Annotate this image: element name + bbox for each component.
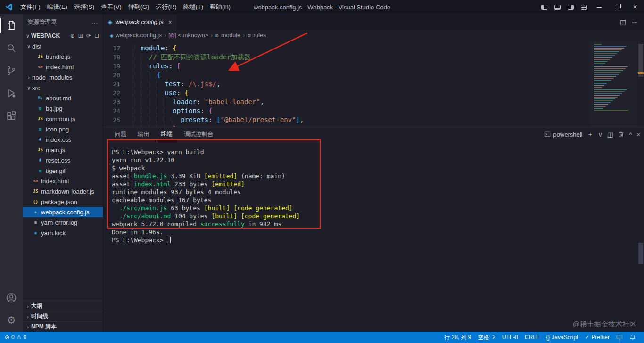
- sidebar-section-npm-scripts[interactable]: ›NPM 脚本: [23, 321, 103, 332]
- close-tab-icon[interactable]: ×: [168, 18, 172, 26]
- panel-tab[interactable]: 终端: [156, 127, 177, 141]
- tree-item[interactable]: ›node_modules: [23, 72, 103, 82]
- menu-item[interactable]: 帮助(H): [206, 0, 234, 14]
- panel-tab[interactable]: 调试控制台: [179, 127, 218, 141]
- collapse-folders-icon[interactable]: ⊟: [94, 33, 99, 39]
- toggle-panel-icon[interactable]: [551, 0, 564, 14]
- tree-item[interactable]: JSbundle.js: [23, 51, 103, 62]
- close-panel-icon[interactable]: ×: [636, 131, 640, 138]
- tree-item[interactable]: #index.css: [23, 134, 103, 145]
- menu-item[interactable]: 查看(V): [98, 0, 124, 14]
- terminal-scrollbar[interactable]: [638, 243, 643, 264]
- formatter-status[interactable]: ✓ Prettier: [581, 332, 613, 343]
- notifications-bell-icon[interactable]: [626, 332, 639, 343]
- sidebar-section-outline[interactable]: ›大纲: [23, 301, 103, 311]
- extensions-icon[interactable]: [0, 105, 23, 127]
- terminal-line: cacheable modules 167 bytes: [112, 196, 644, 204]
- tab-webpack-config[interactable]: ◈ webpack.config.js ×: [103, 14, 177, 30]
- tree-item[interactable]: ≡yarn-error.log: [23, 217, 103, 228]
- close-button[interactable]: ×: [626, 0, 644, 14]
- breadcrumb-item[interactable]: [@]<unknown>: [169, 32, 208, 39]
- code-line: 25 presets: ["@babel/preset-env"],: [103, 115, 644, 124]
- watermark: @稀土掘金技术社区: [573, 320, 636, 329]
- maximize-panel-icon[interactable]: ^: [629, 131, 632, 138]
- eol-status[interactable]: CRLF: [521, 332, 543, 343]
- settings-gear-icon[interactable]: ⚙: [0, 309, 23, 332]
- terminal-output[interactable]: PS E:\Webpack> yarn buildyarn run v1.22.…: [103, 141, 644, 332]
- split-terminal-icon[interactable]: ◫: [607, 131, 613, 138]
- symbol-property-icon: ⚙: [247, 33, 251, 38]
- split-editor-icon[interactable]: ◫: [620, 18, 626, 26]
- tree-item[interactable]: <>index.html: [23, 176, 103, 186]
- tree-item[interactable]: ▨tiger.gif: [23, 165, 103, 176]
- indentation-status[interactable]: 空格: 2: [475, 332, 499, 343]
- more-actions-icon[interactable]: ⋯: [91, 19, 98, 26]
- customize-layout-icon[interactable]: [577, 0, 590, 14]
- tree-item[interactable]: ∨dist: [23, 41, 103, 51]
- new-file-icon[interactable]: ⊕: [70, 33, 75, 39]
- explorer-icon[interactable]: [0, 14, 23, 37]
- panel-tab[interactable]: 输出: [133, 127, 154, 141]
- error-count: 0: [11, 334, 15, 341]
- editor-scrollbar[interactable]: [637, 41, 644, 127]
- tree-item[interactable]: ◉yarn.lock: [23, 228, 103, 238]
- tree-item[interactable]: JSmarkdown-loader.js: [23, 186, 103, 196]
- menu-item[interactable]: 文件(F): [17, 0, 44, 14]
- menu-item[interactable]: 运行(R): [152, 0, 180, 14]
- search-icon[interactable]: [0, 37, 23, 59]
- titlebar-controls: ─ ×: [537, 0, 644, 14]
- panel-tab[interactable]: 问题: [110, 127, 131, 141]
- sidebar-section-timeline[interactable]: ›时间线: [23, 311, 103, 321]
- indent-guides: [133, 80, 165, 88]
- account-icon[interactable]: [0, 286, 23, 309]
- new-terminal-icon[interactable]: ＋: [587, 130, 593, 139]
- workspace-section-header[interactable]: ∨ WEBPACK ⊕ ⊞ ⟳ ⊟: [23, 31, 103, 41]
- file-label: tiger.gif: [46, 167, 66, 174]
- tree-item[interactable]: ▨bg.jpg: [23, 103, 103, 114]
- menu-item[interactable]: 选择(S): [71, 0, 98, 14]
- tree-item[interactable]: <>index.html: [23, 62, 103, 72]
- cursor-position[interactable]: 行 28, 列 9: [441, 332, 474, 343]
- line-number: 18: [103, 53, 127, 62]
- tree-item[interactable]: {}package.json: [23, 196, 103, 207]
- breadcrumb-item[interactable]: ⚙rules: [247, 32, 266, 39]
- tree-item[interactable]: ▨icon.png: [23, 124, 103, 134]
- terminal-dropdown-icon[interactable]: ∨: [598, 131, 603, 138]
- shell-selector[interactable]: powershell: [544, 131, 582, 138]
- toggle-secondary-sidebar-icon[interactable]: [564, 0, 577, 14]
- toggle-sidebar-icon[interactable]: [537, 0, 551, 14]
- tree-item[interactable]: JSmain.js: [23, 145, 103, 155]
- kill-terminal-icon[interactable]: [618, 131, 624, 138]
- encoding-status[interactable]: UTF-8: [499, 332, 521, 343]
- new-folder-icon[interactable]: ⊞: [78, 33, 83, 39]
- token: loader: [173, 98, 197, 106]
- language-mode[interactable]: {} JavaScript: [543, 332, 581, 343]
- bottom-panel: 问题输出终端调试控制台 powershell ＋ ∨ ◫ ^ ×: [103, 127, 644, 332]
- cast-icon[interactable]: [613, 332, 626, 343]
- status-bar: ⊘ 0 ⚠ 0 行 28, 列 9 空格: 2 UTF-8 CRLF {} Ja…: [0, 332, 644, 343]
- minimize-button[interactable]: ─: [590, 0, 608, 14]
- menu-item[interactable]: 转到(G): [125, 0, 153, 14]
- terminal-text: PS E:\Webpack>: [112, 237, 167, 244]
- breadcrumb-item[interactable]: ⚙module: [215, 32, 240, 39]
- tree-item[interactable]: #reset.css: [23, 155, 103, 165]
- tree-item[interactable]: ◈webpack.config.js: [23, 207, 103, 217]
- refresh-icon[interactable]: ⟳: [86, 33, 91, 39]
- problems-status[interactable]: ⊘ 0 ⚠ 0: [4, 332, 27, 343]
- more-editor-actions-icon[interactable]: ⋯: [632, 18, 638, 26]
- tree-item[interactable]: M↓about.md: [23, 93, 103, 103]
- source-control-icon[interactable]: [0, 59, 23, 82]
- run-debug-icon[interactable]: [0, 82, 23, 105]
- menu-item[interactable]: 终端(T): [180, 0, 206, 14]
- minimap[interactable]: [590, 41, 637, 127]
- code-editor[interactable]: 17 module: {18 // 匹配不同的资源loader加载器19 rul…: [103, 41, 644, 127]
- code-line: 17 module: {: [103, 44, 644, 53]
- menu-item[interactable]: 编辑(E): [44, 0, 71, 14]
- terminal-text: webpack 5.72.0 compiled: [112, 220, 200, 228]
- tree-item[interactable]: ∨src: [23, 82, 103, 93]
- breadcrumb-item[interactable]: ◈webpack.config.js: [110, 32, 162, 39]
- tree-item[interactable]: JScommon.js: [23, 114, 103, 124]
- restore-button[interactable]: [608, 0, 626, 14]
- js-icon: JS: [37, 54, 44, 59]
- webpack-icon: ◈: [110, 33, 114, 38]
